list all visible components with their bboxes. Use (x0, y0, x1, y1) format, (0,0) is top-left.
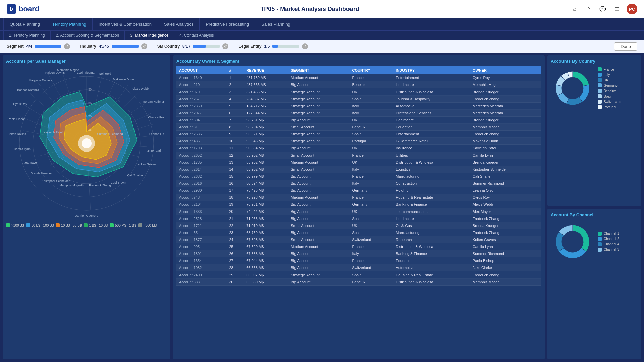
sub-nav-market_intel[interactable]: 3. Market Intelligence (125, 31, 174, 40)
table-cell: 85,902 M$ (244, 166, 288, 173)
table-cell: 68,769 M$ (244, 229, 288, 236)
table-row[interactable]: Account 17931190,384 M$Big AccountUKInsu… (176, 145, 541, 152)
table-cell: 24 (226, 236, 244, 243)
nav-tab-sales[interactable]: Sales Analytics (158, 18, 200, 30)
home-icon[interactable]: ⌂ (570, 5, 579, 13)
svg-text:Camila Lynn: Camila Lynn (14, 147, 31, 151)
country-donut-container: FranceItalyUKGermanyBeneluxSpainSwitzerl… (551, 66, 638, 110)
table-cell: 85,902 M$ (244, 152, 288, 159)
channel-legend: Channel 1Channel 2Channel 4Channel 3 (598, 232, 619, 252)
table-cell: Brenda Krueger (470, 159, 541, 166)
table-cell: Account 210 (176, 81, 226, 88)
nav-tab-predictive[interactable]: Predictive Forecasting (200, 18, 255, 30)
table-row[interactable]: Account 81898,204 M$Small AccountBenelux… (176, 124, 541, 131)
table-row[interactable]: Account 2536996,921 M$Strategic AccountS… (176, 131, 541, 138)
table-row[interactable]: Account 304798,731 M$Big AccountUKHealth… (176, 117, 541, 124)
country-legend-item: France (598, 67, 621, 71)
table-cell: Banking & Finance (393, 201, 470, 208)
sub-nav-territory_plan[interactable]: 1. Territory Planning (3, 31, 51, 40)
table-row[interactable]: Account 26141485,902 M$Small AccountItal… (176, 166, 541, 173)
nav-tab-quota[interactable]: Quota Planning (3, 18, 46, 30)
avatar[interactable]: PC (627, 4, 637, 14)
table-cell: Frederick Zhang (470, 272, 541, 279)
table-row[interactable]: Account 24002966,007 M$Strategic Account… (176, 272, 541, 279)
menu-icon[interactable]: ☰ (612, 5, 621, 13)
table-cell: Medium Account (288, 194, 349, 201)
table-cell: 71,010 M$ (244, 222, 288, 229)
table-row[interactable]: Account 26521285,902 M$Small AccountFran… (176, 152, 541, 159)
table-cell: 98,731 M$ (244, 117, 288, 124)
filter-legal-entity-value: 1/5 (264, 44, 270, 49)
table-row[interactable]: Account 25282171,065 M$Big AccountSpainH… (176, 215, 541, 222)
filter-segment-value: 4/4 (26, 44, 32, 49)
chat-icon[interactable]: 💬 (598, 5, 607, 13)
table-cell: Cyrus Roy (470, 74, 541, 81)
sub-nav-account_scoring[interactable]: 2. Account Scoring & Segmentation (51, 31, 125, 40)
table-row[interactable]: Account 2102437,666 M$Big AccountBenelux… (176, 81, 541, 88)
table-cell: Big Account (288, 173, 349, 180)
table-row[interactable]: Account 4361095,845 M$Strategic AccountP… (176, 138, 541, 145)
table-row[interactable]: Account 20776127,644 M$Strategic Account… (176, 110, 541, 117)
table-row[interactable]: Account 16662074,244 M$Big AccountUKTele… (176, 208, 541, 215)
table-cell: Insurance (393, 145, 470, 152)
table-row[interactable]: Account 18772467,898 M$Small AccountSwit… (176, 236, 541, 243)
filter-segment-label: Segment (7, 44, 24, 49)
filter-segment-reset[interactable]: ↺ (64, 43, 70, 49)
print-icon[interactable]: 🖨 (584, 5, 593, 13)
table-row[interactable]: Account 652368,769 M$Big AccountSpainMan… (176, 229, 541, 236)
table-row[interactable]: Account 7481878,298 M$Medium AccountFran… (176, 194, 541, 201)
table-row[interactable]: Account 17351385,902 M$Medium AccountUKD… (176, 159, 541, 166)
table-cell: 85,902 M$ (244, 159, 288, 166)
table-cell: Account 1877 (176, 236, 226, 243)
col-revenue: REVENUE (244, 66, 288, 74)
done-button[interactable]: Done (614, 42, 637, 51)
table-row[interactable]: Account 16542767,044 M$Big AccountFrance… (176, 257, 541, 264)
filter-industry-reset[interactable]: ↺ (141, 43, 147, 49)
top-icons: ⌂ 🖨 💬 ☰ PC (570, 4, 637, 14)
table-row[interactable]: Account 3833065,530 M$Big AccountBenelux… (176, 279, 541, 286)
table-row[interactable]: Account 25714234,687 M$Strategic Account… (176, 96, 541, 103)
svg-text:Leanna Olson: Leanna Olson (149, 132, 164, 136)
table-title: Account By Owner & Segment (176, 59, 541, 64)
table-row[interactable]: Account 29801778,425 M$Big AccountGerman… (176, 187, 541, 194)
table-cell: Big Account (288, 229, 349, 236)
table-row[interactable]: Account 17212271,010 M$Small AccountUKOi… (176, 222, 541, 229)
table-row[interactable]: Account 16401481,739 M$Medium AccountFra… (176, 74, 541, 81)
svg-text:Kolten Graves: Kolten Graves (137, 163, 157, 166)
table-cell: Small Account (288, 166, 349, 173)
table-row[interactable]: Account 23695134,712 M$Strategic Account… (176, 103, 541, 110)
filter-sm-country-reset[interactable]: ↺ (222, 43, 228, 49)
table-cell: Italy (350, 103, 393, 110)
svg-text:Jake Clarke: Jake Clarke (147, 149, 163, 153)
table-row[interactable]: Account 9952567,590 M$Medium AccountFran… (176, 243, 541, 250)
table-row[interactable]: Account 21041976,931 M$Big AccountGerman… (176, 201, 541, 208)
svg-text:Cyrus Roy: Cyrus Roy (13, 102, 28, 106)
filter-industry-label: Industry (80, 44, 96, 49)
filter-legal-entity-reset[interactable]: ↺ (302, 43, 308, 49)
table-cell: Account 2400 (176, 272, 226, 279)
channel-chart-panel: Account By Channel Channel 1Channel 2Cha… (547, 209, 641, 360)
col-segment: SEGMENT (288, 66, 349, 74)
table-row[interactable]: Account 10822866,658 M$Big AccountSwitze… (176, 264, 541, 272)
accounts-table-wrapper[interactable]: ACCOUNT#REVENUESEGMENTCOUNTRYINDUSTRYOWN… (176, 66, 541, 354)
table-cell: Brenda Krueger (470, 222, 541, 229)
table-row[interactable]: Account 20161680,394 M$Big AccountItalyC… (176, 180, 541, 187)
table-cell: 78,298 M$ (244, 194, 288, 201)
country-legend-item: Italy (598, 73, 621, 77)
svg-text:Cali Shaffer: Cali Shaffer (127, 174, 143, 177)
table-cell: Italy (350, 250, 393, 257)
table-row[interactable]: Account 26821580,979 M$Big AccountFrance… (176, 173, 541, 180)
nav-tab-planning[interactable]: Sales Planning (255, 18, 297, 30)
table-row[interactable]: Account 9793321,465 M$Strategic AccountU… (176, 88, 541, 96)
table-cell: Small Account (288, 124, 349, 131)
page-title: TP05 - Market Analysis Dashboard (49, 6, 570, 13)
table-cell: Account 2614 (176, 166, 226, 173)
table-row[interactable]: Account 18012667,388 M$Big AccountItalyB… (176, 250, 541, 257)
table-cell: Entertainment (393, 74, 470, 81)
nav-tab-incentives[interactable]: Incentives & Compensation (93, 18, 158, 30)
table-cell: Distribution & Wholesa (393, 243, 470, 250)
sub-nav-contact_analysis[interactable]: 4. Contact Analysis (174, 31, 219, 40)
nav-tab-territory[interactable]: Territory Planning (46, 18, 93, 30)
table-cell: Account 1735 (176, 159, 226, 166)
svg-text:20: 20 (88, 115, 92, 118)
